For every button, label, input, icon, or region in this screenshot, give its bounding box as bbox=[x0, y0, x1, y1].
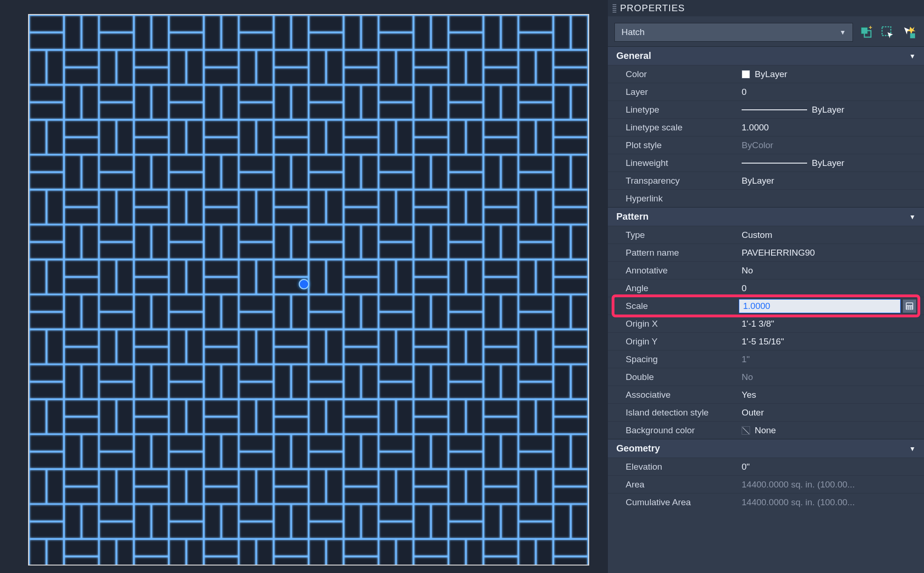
svg-point-20 bbox=[907, 308, 909, 309]
row-elevation[interactable]: Elevation 0" bbox=[608, 458, 924, 475]
selection-grip[interactable] bbox=[299, 279, 309, 289]
section-general: General ▼ Color ByLayer Layer 0 Linetype… bbox=[608, 46, 924, 207]
toggle-pickadd-button[interactable]: + bbox=[858, 24, 874, 41]
row-pattern-name[interactable]: Pattern name PAVEHERRING90 bbox=[608, 244, 924, 261]
app-root: PROPERTIES Hatch ▼ + General ▼ bbox=[0, 0, 924, 573]
row-pattern-type[interactable]: Type Custom bbox=[608, 226, 924, 244]
row-island-style[interactable]: Island detection style Outer bbox=[608, 403, 924, 421]
row-area: Area 14400.0000 sq. in. (100.00... bbox=[608, 475, 924, 493]
row-layer[interactable]: Layer 0 bbox=[608, 83, 924, 100]
svg-point-19 bbox=[911, 306, 912, 308]
row-cumulative-area: Cumulative Area 14400.0000 sq. in. (100.… bbox=[608, 493, 924, 511]
svg-point-17 bbox=[907, 306, 909, 308]
drawing-canvas[interactable] bbox=[0, 0, 608, 573]
row-origin-x[interactable]: Origin X 1'-1 3/8" bbox=[608, 315, 924, 332]
quickcalc-button[interactable] bbox=[902, 299, 917, 313]
hatch-object[interactable] bbox=[28, 14, 589, 566]
collapse-arrow-icon: ▼ bbox=[909, 213, 916, 221]
none-swatch-icon bbox=[742, 426, 750, 435]
row-transparency[interactable]: Transparency ByLayer bbox=[608, 172, 924, 189]
quick-select-button[interactable] bbox=[901, 24, 917, 41]
calculator-icon bbox=[905, 302, 914, 310]
row-scale[interactable]: Scale bbox=[608, 297, 924, 315]
section-header-geometry[interactable]: Geometry ▼ bbox=[608, 439, 924, 458]
quick-select-icon bbox=[902, 26, 916, 39]
svg-point-22 bbox=[911, 308, 912, 309]
row-lineweight[interactable]: Lineweight ByLayer bbox=[608, 154, 924, 172]
panel-title-bar: PROPERTIES bbox=[608, 0, 924, 16]
row-color[interactable]: Color ByLayer bbox=[608, 65, 924, 83]
select-objects-button[interactable] bbox=[879, 24, 896, 41]
row-plot-style: Plot style ByColor bbox=[608, 136, 924, 154]
section-geometry: Geometry ▼ Elevation 0" Area 14400.0000 … bbox=[608, 439, 924, 511]
panel-title-text: PROPERTIES bbox=[620, 3, 685, 14]
row-linetype-scale[interactable]: Linetype scale 1.0000 bbox=[608, 118, 924, 136]
color-swatch-icon bbox=[742, 70, 750, 79]
row-hyperlink[interactable]: Hyperlink bbox=[608, 189, 924, 207]
svg-point-21 bbox=[909, 308, 910, 309]
herringbone-pattern bbox=[29, 15, 588, 565]
object-type-dropdown[interactable]: Hatch ▼ bbox=[614, 23, 853, 42]
row-spacing: Spacing 1" bbox=[608, 350, 924, 368]
section-header-general[interactable]: General ▼ bbox=[608, 47, 924, 65]
collapse-arrow-icon: ▼ bbox=[909, 52, 916, 60]
select-objects-icon bbox=[881, 26, 894, 39]
lineweight-sample-icon bbox=[742, 163, 807, 164]
section-header-pattern[interactable]: Pattern ▼ bbox=[608, 208, 924, 226]
drag-grip-icon[interactable] bbox=[613, 4, 616, 13]
svg-rect-8 bbox=[29, 15, 588, 565]
row-background-color[interactable]: Background color None bbox=[608, 421, 924, 439]
properties-panel: PROPERTIES Hatch ▼ + General ▼ bbox=[608, 0, 924, 573]
panel-toolbar: Hatch ▼ + bbox=[608, 16, 924, 46]
pickadd-icon: + bbox=[859, 26, 873, 39]
row-origin-y[interactable]: Origin Y 1'-5 15/16" bbox=[608, 332, 924, 350]
drawing-canvas-wrap bbox=[0, 0, 608, 573]
chevron-down-icon: ▼ bbox=[839, 29, 846, 36]
row-angle[interactable]: Angle 0 bbox=[608, 279, 924, 297]
svg-rect-14 bbox=[910, 33, 915, 38]
object-type-value: Hatch bbox=[621, 27, 645, 37]
row-associative[interactable]: Associative Yes bbox=[608, 386, 924, 403]
linetype-sample-icon bbox=[742, 109, 807, 110]
section-pattern: Pattern ▼ Type Custom Pattern name PAVEH… bbox=[608, 207, 924, 439]
collapse-arrow-icon: ▼ bbox=[909, 445, 916, 452]
row-annotative[interactable]: Annotative No bbox=[608, 261, 924, 279]
row-double: Double No bbox=[608, 368, 924, 386]
svg-rect-16 bbox=[907, 303, 912, 305]
row-linetype[interactable]: Linetype ByLayer bbox=[608, 100, 924, 118]
scale-input[interactable] bbox=[739, 299, 901, 313]
svg-point-18 bbox=[909, 306, 910, 308]
svg-text:+: + bbox=[869, 26, 873, 31]
